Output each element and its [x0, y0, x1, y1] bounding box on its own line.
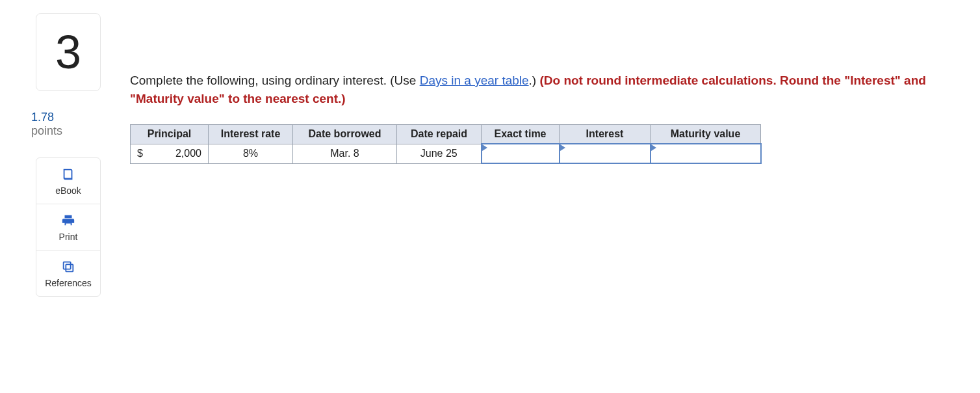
col-principal: Principal [131, 125, 209, 144]
cell-maturity[interactable] [651, 144, 761, 163]
main-content: Complete the following, using ordinary i… [130, 13, 954, 164]
question-number: 3 [55, 25, 81, 79]
ebook-button[interactable]: eBook [36, 158, 100, 204]
points-value: 1.78 [31, 111, 110, 124]
col-maturity: Maturity value [651, 125, 761, 144]
tool-list: eBook Print References [36, 157, 101, 297]
interest-table: Principal Interest rate Date borrowed Da… [130, 124, 762, 164]
table-row: $ 2,000 8% Mar. 8 June 25 [131, 144, 761, 163]
points-block: 1.78 points [26, 111, 110, 138]
col-exact: Exact time [482, 125, 560, 144]
col-repaid: Date repaid [397, 125, 482, 144]
prompt-text: Complete the following, using ordinary i… [130, 72, 954, 107]
copy-icon [61, 260, 75, 274]
prompt-lead: Complete the following, using ordinary i… [130, 74, 420, 87]
references-button[interactable]: References [36, 250, 100, 296]
points-label: points [31, 124, 110, 138]
question-number-card: 3 [36, 13, 101, 91]
print-button[interactable]: Print [36, 204, 100, 250]
book-icon [61, 167, 75, 182]
col-rate: Interest rate [209, 125, 293, 144]
days-table-link[interactable]: Days in a year table [420, 74, 529, 87]
interest-input[interactable] [560, 145, 650, 162]
maturity-input[interactable] [651, 145, 760, 162]
cell-exact-time[interactable] [482, 144, 560, 163]
principal-value: 2,000 [175, 148, 201, 159]
cell-principal: $ 2,000 [131, 144, 209, 163]
ebook-label: eBook [55, 185, 81, 196]
table-header-row: Principal Interest rate Date borrowed Da… [131, 125, 761, 144]
prompt-after-link: .) [529, 74, 540, 87]
sidebar: 3 1.78 points eBook Print [26, 13, 110, 297]
exact-time-input[interactable] [482, 145, 559, 162]
references-label: References [45, 278, 92, 288]
print-label: Print [59, 232, 78, 242]
col-interest: Interest [560, 125, 651, 144]
cell-rate: 8% [209, 144, 293, 163]
cell-repaid: June 25 [397, 144, 482, 163]
printer-icon [61, 213, 75, 228]
svg-rect-0 [66, 264, 73, 271]
currency-symbol: $ [137, 148, 143, 159]
cell-interest[interactable] [560, 144, 651, 163]
cell-borrowed: Mar. 8 [293, 144, 397, 163]
svg-rect-1 [64, 262, 71, 269]
col-borrowed: Date borrowed [293, 125, 397, 144]
